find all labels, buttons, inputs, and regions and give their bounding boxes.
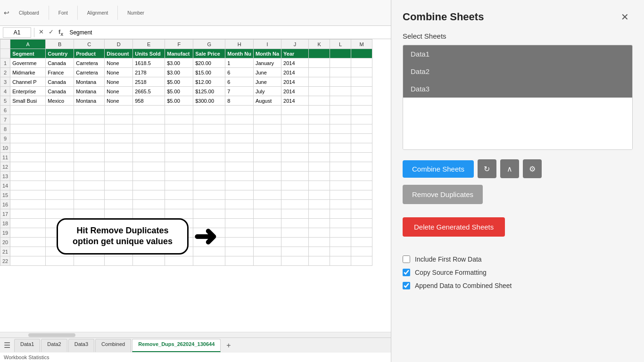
data-cell[interactable] [74,200,105,209]
data-cell[interactable] [225,190,254,200]
data-cell[interactable] [193,200,225,209]
data-cell[interactable] [253,247,281,256]
data-cell[interactable] [74,106,105,115]
data-cell[interactable] [330,247,351,256]
data-cell[interactable] [46,153,74,162]
data-cell[interactable] [351,68,372,77]
data-cell[interactable]: None [105,68,133,77]
data-cell[interactable] [281,181,309,190]
data-cell[interactable] [309,153,330,162]
data-cell[interactable] [351,190,372,200]
col-header-G[interactable]: G [193,40,225,49]
data-cell[interactable] [165,143,193,153]
row-header[interactable]: 22 [0,256,10,266]
data-cell[interactable] [225,219,254,228]
sheet-list-item-data3[interactable]: Data3 [403,80,632,98]
data-cell[interactable] [74,172,105,181]
data-cell[interactable]: Montana [74,96,105,106]
data-cell[interactable] [330,190,351,200]
data-cell[interactable] [74,143,105,153]
data-cell[interactable] [281,256,309,266]
copy-source-label[interactable]: Copy Source Formatting [415,269,487,276]
data-cell[interactable] [330,219,351,228]
data-cell[interactable] [46,209,74,219]
data-cell[interactable] [46,172,74,181]
row-header[interactable]: 2 [0,68,10,77]
data-cell[interactable] [351,124,372,134]
data-cell[interactable] [309,172,330,181]
data-cell[interactable] [105,181,133,190]
data-cell[interactable] [330,77,351,87]
data-cell[interactable] [165,106,193,115]
header-cell[interactable]: Product [74,49,105,58]
data-cell[interactable] [133,172,165,181]
data-cell[interactable] [193,190,225,200]
data-cell[interactable] [10,181,46,190]
data-cell[interactable] [133,181,165,190]
data-cell[interactable] [330,134,351,143]
data-cell[interactable] [281,247,309,256]
header-cell[interactable]: Discount [105,49,133,58]
data-cell[interactable]: Carretera [74,58,105,68]
data-cell[interactable] [281,200,309,209]
data-cell[interactable]: None [105,77,133,87]
data-cell[interactable] [253,219,281,228]
header-cell[interactable]: Country [46,49,74,58]
data-cell[interactable] [165,134,193,143]
data-cell[interactable] [133,162,165,172]
data-cell[interactable] [351,209,372,219]
horizontal-scrollbar[interactable] [0,332,391,337]
combine-sheets-button[interactable]: Combine Sheets [403,160,474,178]
delete-generated-button[interactable]: Delete Generated Sheets [403,217,505,237]
data-cell[interactable] [330,209,351,219]
data-cell[interactable] [105,190,133,200]
data-cell[interactable] [46,115,74,124]
data-cell[interactable] [253,238,281,247]
data-cell[interactable] [351,238,372,247]
data-cell[interactable] [165,115,193,124]
data-cell[interactable] [133,200,165,209]
data-cell[interactable] [281,106,309,115]
data-cell[interactable] [74,153,105,162]
scroll-up-button[interactable]: ∧ [500,159,519,178]
data-cell[interactable]: July [253,87,281,96]
confirm-formula-icon[interactable]: ✓ [47,28,55,37]
row-header[interactable]: 14 [0,181,10,190]
data-cell[interactable] [351,106,372,115]
data-cell[interactable] [309,68,330,77]
data-cell[interactable]: Montana [74,87,105,96]
data-cell[interactable]: 2178 [133,68,165,77]
data-cell[interactable] [165,200,193,209]
row-header[interactable]: 21 [0,247,10,256]
data-cell[interactable]: Canada [46,77,74,87]
data-cell[interactable]: $5.00 [165,87,193,96]
data-cell[interactable] [46,124,74,134]
data-cell[interactable] [253,228,281,238]
row-header[interactable]: 17 [0,209,10,219]
data-cell[interactable] [133,209,165,219]
data-cell[interactable] [105,134,133,143]
append-data-checkbox[interactable] [403,282,410,289]
data-cell[interactable] [309,238,330,247]
data-cell[interactable] [105,124,133,134]
data-cell[interactable] [281,172,309,181]
data-cell[interactable] [133,115,165,124]
data-cell[interactable]: Channel P [10,77,46,87]
header-cell[interactable]: Year [281,49,309,58]
data-cell[interactable] [10,209,46,219]
data-cell[interactable] [10,219,46,228]
data-cell[interactable] [253,106,281,115]
data-cell[interactable] [225,247,254,256]
data-cell[interactable] [253,190,281,200]
header-cell[interactable]: Units Sold [133,49,165,58]
data-cell[interactable]: Mexico [46,96,74,106]
data-cell[interactable]: $3.00 [165,68,193,77]
row-header[interactable]: 4 [0,87,10,96]
data-cell[interactable] [309,181,330,190]
data-cell[interactable] [309,106,330,115]
formula-input[interactable] [67,28,388,37]
data-cell[interactable] [74,256,105,266]
data-cell[interactable] [351,200,372,209]
data-cell[interactable] [253,115,281,124]
data-cell[interactable] [281,153,309,162]
